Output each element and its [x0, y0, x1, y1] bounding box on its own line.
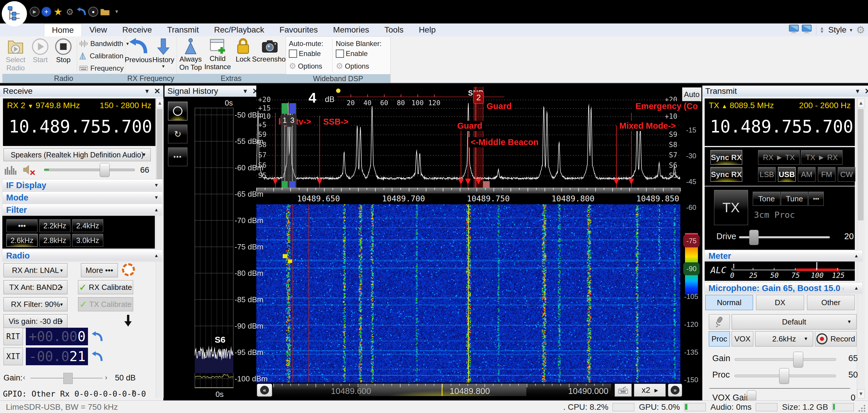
tx-calibrate-button[interactable]: ✓TX Calibrate	[78, 297, 133, 311]
automute-enable-checkbox[interactable]	[289, 50, 297, 58]
rx-frequency-display[interactable]: RX 2 ▼ 9749.8 MHz 150 - 2800 Hz 10.489.7…	[3, 98, 155, 146]
collapse-ribbon-icon[interactable]: ▲▼	[820, 26, 824, 33]
history-button[interactable]: History ▼	[152, 37, 175, 69]
nav-step-left-button[interactable]: «	[257, 384, 272, 396]
filter-button-2.2kHz[interactable]: 2.2kHz	[39, 219, 70, 232]
vis-gain-select[interactable]: Vis gain: -30 dB▼	[3, 314, 67, 328]
signal-history-collapse-icon[interactable]: ▼	[242, 88, 248, 95]
stop-button[interactable]: Stop	[52, 37, 74, 64]
signal-history-refresh-button[interactable]: ↻	[168, 125, 187, 143]
waterfall-display[interactable]	[256, 204, 680, 383]
receive-scroll-up-icon[interactable]: ▲	[156, 98, 164, 108]
ribbon-tab-help[interactable]: Help	[411, 24, 443, 36]
ribbon-tab-memories[interactable]: Memories	[326, 24, 377, 36]
stop-icon[interactable]: ■	[88, 6, 98, 17]
lock-button[interactable]: Lock	[232, 37, 254, 63]
style-gear-icon[interactable]: ⚙	[856, 24, 865, 36]
mode-button-am[interactable]: AM	[798, 167, 815, 182]
mic-profile-normal[interactable]: Normal	[705, 295, 753, 310]
marker-triangle-icon[interactable]: ▼	[463, 177, 473, 185]
mode-button-fm[interactable]: FM	[818, 167, 835, 182]
section-meter[interactable]: Meter▲	[705, 250, 862, 261]
rx-to-tx-button[interactable]: RX ► TX	[758, 150, 800, 165]
radio-gain-handle[interactable]	[63, 373, 73, 384]
mic-gain-handle[interactable]	[793, 352, 803, 368]
resize-grip[interactable]	[858, 405, 866, 412]
tx-vfo-frequency[interactable]: 10.489.755.700	[710, 117, 853, 136]
calibration-button[interactable]: Calibration	[79, 51, 123, 62]
ribbon-tab-rec-playback[interactable]: Rec/Playback	[207, 24, 272, 36]
receive-panel-collapse-icon[interactable]: ▼	[144, 88, 150, 95]
rit-reset-icon[interactable]	[92, 331, 103, 344]
gain-decrease-icon[interactable]: ‹	[23, 374, 25, 382]
style-chevron-icon[interactable]: ▼	[849, 28, 853, 33]
gain-increase-icon[interactable]: ›	[105, 374, 107, 382]
filter-button-2.6kHz[interactable]: 2.6kHz	[6, 234, 37, 247]
ribbon-tab-view[interactable]: View	[82, 24, 115, 36]
nav-keyboard-button[interactable]	[615, 384, 632, 396]
drive-slider-handle[interactable]	[749, 230, 758, 245]
tx-more-button[interactable]: •••	[808, 192, 824, 206]
lifebuoy-icon[interactable]	[122, 263, 135, 276]
transmit-scroll-down-icon[interactable]: ▼	[857, 389, 865, 399]
xit-value[interactable]: -00.021	[26, 348, 88, 365]
filter-button-[interactable]: •••	[6, 219, 37, 232]
tx-ant-select[interactable]: TX Ant: BAND2▼	[3, 280, 67, 294]
automute-options-button[interactable]: Options	[298, 62, 322, 70]
rx-calibrate-button[interactable]: ✓RX Calibrate	[78, 280, 133, 294]
transmit-scroll-up-icon[interactable]: ▲	[857, 98, 865, 108]
marker-triangle-icon[interactable]: ▼	[473, 177, 484, 185]
volume-slider[interactable]	[44, 162, 135, 177]
marker-triangle-icon[interactable]: ▼	[315, 177, 324, 185]
tx-to-rx-button[interactable]: TX ► RX	[801, 150, 842, 165]
proc-toggle-button[interactable]: Proc	[709, 331, 730, 346]
filter-button-2.8kHz[interactable]: 2.8kHz	[39, 234, 70, 247]
tx-frequency-display[interactable]: TX ▲ 8089.5 MHz 200 - 2600 Hz 10.489.755…	[705, 98, 855, 146]
play-icon[interactable]: ▶	[29, 6, 40, 17]
gpio-expand-chevron-icon[interactable]: ▼	[131, 389, 136, 395]
always-on-top-button[interactable]: Always On Top	[178, 37, 203, 71]
section-if-display[interactable]: IF Display▼	[2, 180, 162, 191]
rit-button[interactable]: RIT	[3, 328, 23, 345]
tune-button[interactable]: Tune	[781, 192, 808, 206]
frequency-button[interactable]: Frequency	[79, 63, 123, 74]
start-button[interactable]: Start	[30, 37, 51, 64]
style-menu[interactable]: Style	[828, 25, 846, 35]
mic-select-button[interactable]	[709, 314, 730, 329]
section-radio[interactable]: Radio▲	[2, 250, 162, 261]
sync-rx-button-2[interactable]: Sync RX	[711, 167, 742, 182]
section-filter[interactable]: Filter▲	[2, 204, 162, 216]
noise-blanker-options-button[interactable]: Options	[345, 62, 369, 70]
vox-gain-handle[interactable]	[747, 390, 756, 401]
nav-step-right-button[interactable]: »	[668, 384, 682, 396]
app-logo[interactable]	[2, 1, 27, 26]
marker-triangle-icon[interactable]: ▼	[612, 177, 621, 185]
monitor-2-icon[interactable]	[801, 24, 812, 36]
tx-button[interactable]: TX	[714, 190, 748, 225]
section-microphone[interactable]: Microphone: Gain 65, Boost 15.0 dB, Proc…	[705, 283, 862, 294]
qat-chevron-down-icon[interactable]: ▼	[112, 6, 122, 17]
child-instance-button[interactable]: Child Instance	[205, 37, 230, 71]
marker-triangle-icon[interactable]: ▼	[626, 177, 636, 185]
ribbon-tab-transmit[interactable]: Transmit	[159, 24, 207, 36]
rx-vfo-frequency[interactable]: 10.489.755.700	[9, 117, 152, 136]
add-icon[interactable]: +	[41, 6, 52, 17]
transmit-scroll-thumb[interactable]	[858, 109, 864, 220]
screenshot-button[interactable]: Screenshot	[255, 37, 284, 63]
section-mode[interactable]: Mode▼	[2, 192, 162, 203]
previous-frequency-button[interactable]: Previous	[127, 37, 150, 64]
audio-levels-icon[interactable]	[5, 165, 17, 177]
mic-profile-other[interactable]: Other	[807, 295, 855, 310]
mode-button-lsb[interactable]: LSB	[758, 167, 776, 182]
mic-device-select[interactable]: Default ▼	[732, 314, 857, 329]
record-button[interactable]: Record	[815, 331, 857, 346]
signal-history-record-button[interactable]	[168, 102, 187, 121]
mic-proc-handle[interactable]	[779, 368, 789, 384]
monitor-1-icon[interactable]	[788, 24, 799, 36]
mic-profile-dx[interactable]: DX	[756, 295, 804, 310]
mode-button-usb[interactable]: USB	[778, 167, 796, 182]
rx-ant-select[interactable]: RX Ant: LNAL▼	[3, 263, 67, 277]
marker-triangle-icon[interactable]: ▼	[270, 177, 280, 185]
filter-button-2.4kHz[interactable]: 2.4kHz	[72, 219, 103, 232]
folder-icon[interactable]	[100, 6, 110, 17]
